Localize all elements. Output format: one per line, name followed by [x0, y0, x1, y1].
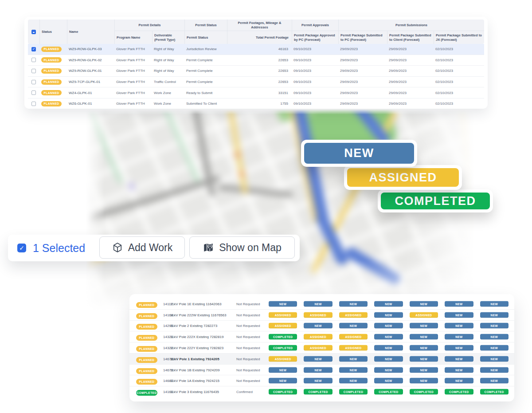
work-stage-badges: NEWNEWNEWNEWNEWNEWNEW [269, 378, 509, 384]
approved-pc-cell: 09/10/2023 [292, 58, 338, 62]
name-cell: WZ9-ROW-GLPK-02 [67, 58, 114, 62]
approved-pc-cell: 09/10/2023 [292, 47, 338, 51]
stage-badge-completed: COMPLETED [374, 389, 403, 395]
permit-row[interactable]: PLANNEDWZ9-TCP-GLPK-01Glover Park FTTHTr… [28, 76, 484, 87]
work-item-row[interactable]: PLANNED1416411kV Pole 222W Existing 1167… [129, 309, 514, 320]
map-status-badge-new-label: NEW [304, 143, 414, 164]
work-item-row[interactable]: PLANNED1467911kV Pole 1B Existing 792420… [129, 364, 514, 375]
row-checkbox-cell [28, 80, 39, 84]
program-cell: Glover Park FTTH [114, 69, 152, 73]
stage-badge-new: NEW [445, 356, 473, 362]
work-status-cell: PLANNED [136, 311, 157, 319]
stage-badge-new: NEW [339, 356, 368, 362]
work-status-badge: PLANNED [136, 335, 157, 341]
work-item-row[interactable]: PLANNED1429511kV Pole 2 Existing 7282273… [129, 320, 514, 331]
column-header-name: Name [67, 20, 114, 44]
column-header-total-footage: Total Permit Footage [227, 31, 292, 44]
work-name-cell: 11kV Pole 222X Existing 7282819 [170, 335, 236, 339]
stage-badge-new: NEW [304, 356, 332, 362]
submitted-jx-cell: 02/10/2023 [434, 69, 484, 73]
status-cell: PLANNED [39, 79, 67, 85]
permit-status-cell: Permit Complete [184, 69, 227, 73]
selection-count-label: 1 Selected [33, 242, 85, 255]
work-request-cell: Not Requested [236, 379, 269, 383]
work-item-row[interactable]: PLANNED1468011kV Pole 1A Existing 792421… [129, 375, 514, 386]
row-checkbox[interactable] [31, 69, 36, 73]
work-item-row[interactable]: PLANNED1432211kV Pole 222Y Existing 7282… [129, 342, 514, 353]
group-header-permit-submissions: Permit Submissions [338, 20, 484, 31]
work-request-cell: Not Requested [236, 324, 269, 328]
status-cell: PLANNED [39, 68, 67, 74]
submitted-client-cell: 29/09/2023 [387, 91, 434, 95]
work-request-cell: Confirmed [236, 390, 269, 394]
stage-badge-new: NEW [339, 301, 368, 307]
permit-row[interactable]: PLANNEDWZ4-GLPK-01Glover Park FTTHWork Z… [28, 87, 484, 98]
deliverable-cell: Work Zone [152, 91, 184, 95]
footage-cell: 1755 [227, 102, 292, 106]
submitted-pc-cell: 29/09/2023 [338, 80, 387, 84]
submitted-jx-cell: 02/10/2023 [434, 58, 484, 62]
column-header-status: Status [39, 20, 67, 44]
stage-badge-new: NEW [410, 367, 438, 373]
stage-badge-new: NEW [410, 356, 438, 362]
work-name-cell: 11kV Pole 222W Existing 11676563 [170, 313, 236, 317]
stage-badge-new: NEW [269, 378, 297, 384]
work-name-cell: 11kV Pole 1A Existing 7924215 [170, 379, 236, 383]
permit-row[interactable]: PLANNEDWZ9-ROW-GLPK-01Glover Park FTTHRi… [28, 65, 484, 76]
work-item-row[interactable]: PLANNED1467811kV Pole 1 Existing 7924205… [129, 353, 514, 364]
row-checkbox[interactable] [31, 90, 36, 95]
work-name-cell: 11kV Pole 222Y Existing 7282823 [170, 346, 236, 350]
work-status-cell: COMPLETED [136, 388, 157, 396]
submitted-jx-cell: 02/10/2023 [434, 47, 484, 51]
row-checkbox[interactable] [31, 58, 36, 62]
add-work-button[interactable]: Add Work [99, 236, 185, 259]
row-checkbox[interactable] [31, 80, 36, 84]
work-stage-badges: ASSIGNEDASSIGNEDASSIGNEDNEWASSIGNEDNEWNE… [269, 312, 509, 318]
permit-status-cell: Permit Complete [184, 58, 227, 62]
stage-badge-new: NEW [480, 301, 509, 307]
work-name-cell: 11kV Pole 1B Existing 7924209 [170, 368, 236, 372]
permit-row[interactable]: PLANNEDWZ6-GLPK-01Glover Park FTTHWork Z… [28, 98, 484, 109]
map-status-badge-completed: COMPLETED [378, 189, 493, 212]
row-checkbox[interactable] [31, 102, 36, 106]
work-request-cell: Not Requested [236, 346, 269, 350]
map-status-badge-new: NEW [301, 140, 417, 167]
work-item-row[interactable]: PLANNED1432111kV Pole 222X Existing 7282… [129, 331, 514, 342]
stage-badge-completed: COMPLETED [304, 389, 332, 395]
selection-checkbox[interactable]: ✓ [17, 244, 26, 252]
stage-badge-new: NEW [339, 367, 368, 373]
permit-row[interactable]: ✓PLANNEDWZ9-ROW-GLPK-03Glover Park FTTHR… [28, 44, 484, 55]
work-name-cell: 11kV Pole 3 Existing 11676435 [170, 390, 236, 394]
status-badge: PLANNED [41, 47, 62, 52]
work-item-row[interactable]: COMPLETED1416111kV Pole 3 Existing 11676… [129, 386, 514, 397]
stage-badge-new: NEW [410, 345, 438, 351]
stage-badge-new: NEW [445, 378, 473, 384]
stage-badge-new: NEW [445, 334, 473, 340]
program-cell: Glover Park FTTH [114, 80, 152, 84]
work-items-card: PLANNED1411711kV Pole 1E Existing 116420… [129, 294, 514, 401]
column-header-submitted-pc: Permit Package Submitted to PC (Forecast… [338, 31, 387, 44]
submitted-pc-cell: 29/09/2023 [338, 91, 387, 95]
stage-badge-new: NEW [410, 301, 438, 307]
footage-cell: 22653 [227, 69, 292, 73]
stage-badge-new: NEW [269, 367, 297, 373]
approved-pc-cell: 09/10/2023 [292, 80, 338, 84]
show-on-map-button[interactable]: Show on Map [189, 236, 295, 259]
column-header-program-name: Program Name [114, 31, 152, 44]
status-badge: PLANNED [41, 68, 62, 74]
work-stage-badges: ASSIGNEDNEWNEWNEWNEWNEWNEW [269, 356, 509, 362]
select-all-checkbox[interactable] [31, 30, 36, 34]
stage-badge-completed: COMPLETED [269, 334, 297, 340]
work-item-row[interactable]: PLANNED1411711kV Pole 1E Existing 116420… [129, 299, 514, 309]
status-cell: PLANNED [39, 47, 67, 52]
program-cell: Glover Park FTTH [114, 91, 152, 95]
permit-table-body: ✓PLANNEDWZ9-ROW-GLPK-03Glover Park FTTHR… [28, 44, 484, 109]
work-status-cell: PLANNED [136, 355, 157, 363]
status-badge: PLANNED [41, 79, 62, 85]
work-status-badge: PLANNED [136, 357, 157, 363]
permit-status-cell: Submitted To Client [184, 102, 227, 106]
row-checkbox[interactable]: ✓ [31, 47, 36, 51]
stage-badge-completed: COMPLETED [480, 389, 509, 395]
stage-badge-new: NEW [410, 378, 438, 384]
permit-row[interactable]: PLANNEDWZ9-ROW-GLPK-02Glover Park FTTHRi… [28, 55, 484, 66]
